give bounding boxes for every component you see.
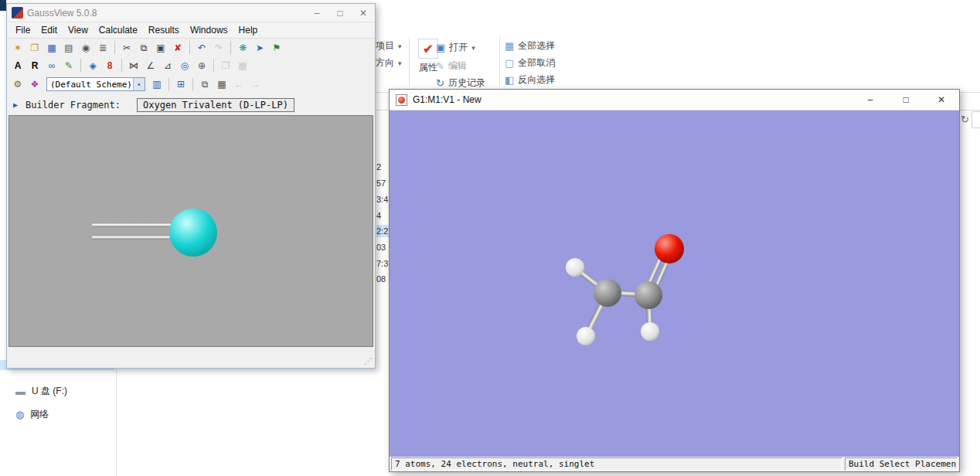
delete-icon[interactable]: ✘: [170, 40, 185, 55]
refresh-icon[interactable]: ↻: [961, 114, 969, 125]
hydrogen-atom[interactable]: [641, 322, 659, 341]
inquire-icon[interactable]: ◎: [177, 58, 192, 73]
menu-view[interactable]: View: [63, 23, 94, 37]
ribbon-direction-button[interactable]: 方向 ▾: [376, 56, 402, 70]
open-file-icon[interactable]: ❐: [27, 40, 43, 55]
table-view-icon[interactable]: ▦: [214, 77, 230, 92]
hydrogen-atom[interactable]: [577, 327, 595, 345]
toolbar-separator: [121, 59, 122, 72]
builder-fragment-canvas[interactable]: [9, 115, 373, 347]
sidebar-item-network[interactable]: ◍ 网络: [15, 408, 49, 421]
close-button[interactable]: ✕: [352, 5, 375, 22]
menu-file[interactable]: File: [10, 23, 36, 37]
new-file-icon[interactable]: ✶: [10, 40, 26, 55]
oxygen-fragment-atom[interactable]: [169, 209, 217, 257]
scheme-palette-icon[interactable]: ❖: [27, 77, 43, 92]
menu-edit[interactable]: Edit: [36, 23, 63, 37]
save-file-icon[interactable]: ▦: [44, 40, 60, 55]
display-scheme-combobox[interactable]: (Default Scheme) ▾: [46, 77, 145, 91]
molecule-view-window: G1:M1:V1 - New – □ ✕ 7 atoms, 24 electro…: [389, 89, 960, 472]
builder-fragment-button[interactable]: Oxygen Trivalent (D-LP-LP): [137, 98, 294, 112]
molecule-titlebar[interactable]: G1:M1:V1 - New – □ ✕: [390, 90, 959, 110]
display-format-icon[interactable]: ▥: [149, 77, 165, 92]
list-item[interactable]: 08: [376, 273, 389, 285]
chevron-down-icon[interactable]: ▾: [133, 78, 145, 90]
close-button[interactable]: ✕: [924, 90, 959, 110]
select-all-grid-icon: ▦: [505, 41, 514, 51]
extra-tool-icon-2[interactable]: ▦: [235, 58, 250, 73]
ribbon-select-none-button[interactable]: ▢ 全部取消: [505, 56, 555, 70]
ribbon-item-button[interactable]: 项目 ▾: [376, 39, 402, 53]
print-icon[interactable]: ▤: [61, 40, 77, 55]
ribbon-separator: [409, 37, 410, 87]
display-scheme-value: (Default Scheme): [50, 80, 132, 90]
builder-settings-icon[interactable]: ⚙: [10, 77, 26, 92]
menu-windows[interactable]: Windows: [185, 23, 233, 37]
paste-icon[interactable]: ▣: [153, 40, 168, 55]
expand-builder-icon[interactable]: ▶: [13, 100, 18, 109]
biological-fragment-icon[interactable]: 8: [102, 58, 117, 73]
maximize-button[interactable]: □: [888, 90, 924, 110]
ribbon-invert-selection-button[interactable]: ◧ 反向选择: [505, 73, 555, 87]
ribbon-history-button[interactable]: ↻ 历史记录: [436, 76, 485, 90]
minimize-button[interactable]: –: [305, 5, 328, 22]
ring-fragment-icon[interactable]: R: [27, 58, 43, 73]
ribbon-edit-label: 编辑: [448, 60, 467, 73]
search-box-fragment[interactable]: [971, 111, 980, 128]
gaussview-toolbar-builder: A R ∞ ✎ ◈ 8 ⋈ ∠ ⊿ ◎ ⊕ ❐ ▦: [7, 56, 375, 74]
modify-bond-icon[interactable]: ⋈: [126, 58, 141, 73]
modify-dihedral-icon[interactable]: ⊿: [160, 58, 175, 73]
nav-forward-icon[interactable]: →: [248, 77, 264, 92]
minimize-button[interactable]: –: [852, 90, 888, 110]
query-cursor-icon[interactable]: ➤: [252, 40, 267, 55]
capture-image-icon[interactable]: ◉: [78, 40, 94, 55]
menu-calculate[interactable]: Calculate: [94, 23, 143, 37]
cut-icon[interactable]: ✂: [119, 40, 134, 55]
list-item[interactable]: 4: [376, 209, 389, 222]
modify-angle-icon[interactable]: ∠: [143, 58, 158, 73]
list-item[interactable]: 3:4: [376, 193, 389, 206]
fragment-list-icon[interactable]: ≣: [95, 40, 111, 55]
cascade-windows-icon[interactable]: ⧉: [197, 77, 213, 92]
ribbon-edit-button[interactable]: ✎ 编辑: [436, 60, 467, 73]
list-item[interactable]: 2: [376, 161, 389, 173]
gaussview-toolbar-view: ⚙ ❖ (Default Scheme) ▾ ▥ ⊞ ⧉ ▦ ← →: [7, 74, 375, 94]
extra-tool-icon-1[interactable]: ❐: [218, 58, 233, 73]
redo-icon[interactable]: ↷: [211, 40, 226, 55]
copy-icon[interactable]: ⧉: [136, 40, 151, 55]
open-file-icon: ▣: [436, 42, 445, 53]
undo-icon[interactable]: ↶: [194, 40, 209, 55]
maximize-button[interactable]: □: [328, 5, 352, 22]
sidebar-item-usb-drive[interactable]: ▬ U 盘 (F:): [15, 385, 67, 398]
background-window-fragment: [0, 0, 6, 11]
oxygen-atom[interactable]: [655, 234, 684, 264]
add-view-window-icon[interactable]: ⊞: [173, 77, 189, 92]
carbon-atom[interactable]: [635, 281, 662, 309]
menu-help[interactable]: Help: [233, 23, 264, 37]
molecule-3d-view[interactable]: [390, 110, 959, 457]
rgroup-fragment-icon[interactable]: ✎: [61, 58, 77, 73]
molecule-window-icon: [396, 94, 407, 106]
builder-fragment-row: ▶ Builder Fragment: Oxygen Trivalent (D-…: [7, 94, 375, 115]
ribbon-history-label: 历史记录: [448, 76, 485, 90]
element-fragment-icon[interactable]: A: [10, 58, 26, 73]
ribbon-select-all-button[interactable]: ▦ 全部选择: [505, 39, 555, 53]
group-fragment-icon[interactable]: ∞: [44, 58, 60, 73]
menu-results[interactable]: Results: [143, 23, 185, 37]
flag-tool-icon[interactable]: ⚑: [269, 40, 284, 55]
hydrogen-atom[interactable]: [566, 258, 584, 277]
list-item[interactable]: 03: [376, 241, 389, 253]
list-item[interactable]: 57: [376, 177, 389, 189]
gaussview-titlebar[interactable]: GaussView 5.0.8 – □ ✕: [7, 4, 375, 22]
nav-back-icon[interactable]: ←: [231, 77, 247, 92]
list-item-selected[interactable]: 2:2: [376, 225, 389, 237]
ribbon-item-label: 项目: [376, 39, 394, 53]
add-valence-icon[interactable]: ⊕: [194, 58, 209, 73]
list-item[interactable]: 7:3: [376, 257, 389, 270]
resize-grip-icon[interactable]: ⋰: [364, 356, 373, 366]
carbon-atom[interactable]: [594, 279, 621, 307]
toolbar-separator: [168, 78, 169, 91]
clean-structure-icon[interactable]: ❋: [235, 40, 250, 55]
custom-fragment-icon[interactable]: ◈: [85, 58, 100, 73]
ribbon-open-button[interactable]: ▣ 打开 ▾: [436, 41, 475, 54]
